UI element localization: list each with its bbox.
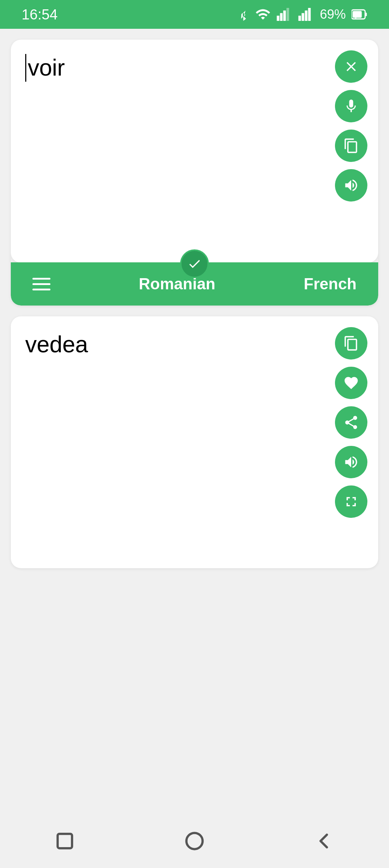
input-actions: [335, 50, 367, 202]
mic-button[interactable]: [335, 90, 367, 122]
speaker-input-button[interactable]: [335, 169, 367, 202]
svg-rect-0: [277, 16, 279, 21]
svg-rect-11: [58, 834, 72, 848]
svg-rect-3: [286, 8, 289, 21]
status-icons: 69%: [236, 7, 367, 22]
share-icon: [343, 415, 359, 430]
svg-rect-1: [280, 13, 282, 21]
main-content: voir: [0, 29, 389, 568]
swap-languages-button[interactable]: [180, 249, 209, 278]
home-circle-icon: [184, 830, 205, 852]
source-language-label[interactable]: Romanian: [139, 275, 215, 293]
checkmark-icon: [187, 257, 202, 271]
status-time: 16:54: [22, 6, 58, 23]
clear-button[interactable]: [335, 50, 367, 83]
bluetooth-icon: [236, 8, 249, 21]
output-actions: [335, 327, 367, 518]
speaker-output-button[interactable]: [335, 446, 367, 478]
favorite-button[interactable]: [335, 367, 367, 399]
nav-bar: [0, 821, 389, 868]
target-language-label[interactable]: French: [304, 275, 357, 293]
svg-rect-2: [283, 10, 286, 21]
battery-icon: [352, 8, 367, 21]
menu-line-3: [32, 289, 50, 290]
svg-point-12: [187, 833, 203, 849]
menu-button[interactable]: [32, 278, 50, 290]
signal-icon: [277, 8, 292, 21]
menu-line-1: [32, 278, 50, 280]
input-card: voir: [11, 40, 378, 263]
mic-icon: [343, 98, 359, 114]
copy-output-icon: [343, 335, 359, 351]
svg-rect-5: [301, 13, 304, 21]
back-button[interactable]: [310, 827, 339, 855]
menu-line-2: [32, 283, 50, 285]
svg-rect-7: [308, 8, 310, 21]
recent-apps-button[interactable]: [50, 827, 79, 855]
home-button[interactable]: [180, 827, 209, 855]
svg-rect-9: [365, 13, 367, 16]
copy-input-icon: [343, 138, 359, 154]
toolbar: Romanian French: [11, 262, 378, 306]
clear-icon: [343, 59, 359, 74]
signal2-icon: [298, 8, 314, 21]
output-text: vedea: [25, 331, 364, 358]
svg-rect-4: [298, 16, 301, 21]
top-section: voir: [11, 40, 378, 306]
wifi-icon: [255, 8, 271, 21]
status-bar: 16:54 69%: [0, 0, 389, 29]
copy-output-button[interactable]: [335, 327, 367, 360]
fullscreen-button[interactable]: [335, 485, 367, 518]
heart-icon: [343, 375, 359, 391]
battery-percentage: 69%: [320, 7, 346, 22]
output-card: vedea: [11, 316, 378, 568]
speaker-input-icon: [343, 177, 359, 193]
share-button[interactable]: [335, 406, 367, 439]
copy-input-button[interactable]: [335, 130, 367, 162]
recent-icon: [54, 830, 76, 852]
fullscreen-icon: [343, 494, 359, 510]
svg-rect-6: [305, 10, 307, 21]
speaker-output-icon: [343, 454, 359, 470]
back-icon: [313, 830, 335, 852]
input-text[interactable]: voir: [25, 54, 364, 82]
